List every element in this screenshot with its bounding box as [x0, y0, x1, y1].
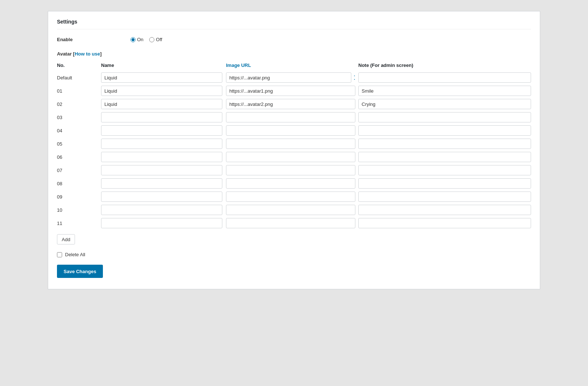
row-note-cell-11	[358, 217, 531, 230]
row-no-6: 06	[57, 150, 101, 164]
url-input-2[interactable]	[226, 99, 355, 109]
row-note-cell-6	[358, 150, 531, 164]
table-row: 08	[57, 177, 531, 190]
url-input-1[interactable]	[226, 86, 355, 96]
row-name-cell-9	[101, 190, 226, 203]
row-name-cell-1	[101, 84, 226, 97]
row-url-cell-10	[226, 203, 358, 217]
row-no-1: 01	[57, 84, 101, 97]
row-url-cell-9	[226, 190, 358, 203]
row-no-2: 02	[57, 97, 101, 111]
name-input-0[interactable]	[101, 72, 222, 83]
row-note-cell-9	[358, 190, 531, 203]
note-input-6[interactable]	[358, 152, 531, 162]
row-no-8: 08	[57, 177, 101, 190]
url-input-10[interactable]	[226, 205, 355, 215]
save-changes-button[interactable]: Save Changes	[57, 265, 103, 278]
col-header-note: Note (For admin screen)	[358, 62, 531, 71]
name-input-3[interactable]	[101, 112, 222, 122]
url-input-5[interactable]	[226, 139, 355, 149]
name-input-4[interactable]	[101, 125, 222, 136]
row-no-4: 04	[57, 124, 101, 137]
row-note-cell-0	[358, 71, 531, 84]
table-row: 01	[57, 84, 531, 97]
row-url-cell-5	[226, 137, 358, 150]
name-input-2[interactable]	[101, 99, 222, 109]
settings-panel: Settings Enable On Off Avatar [How to us…	[48, 11, 540, 289]
table-row: 11	[57, 217, 531, 230]
table-row: 03	[57, 111, 531, 124]
note-input-7[interactable]	[358, 165, 531, 175]
name-input-8[interactable]	[101, 178, 222, 189]
row-name-cell-8	[101, 177, 226, 190]
row-url-cell-7	[226, 164, 358, 177]
enable-label: Enable	[57, 37, 130, 42]
row-note-cell-4	[358, 124, 531, 137]
name-input-6[interactable]	[101, 152, 222, 162]
url-input-11[interactable]	[226, 218, 355, 228]
avatar-header: Avatar [How to use]	[57, 51, 531, 57]
table-row: 09	[57, 190, 531, 203]
table-header-row: No. Name Image URL Note (For admin scree…	[57, 62, 531, 71]
row-name-cell-5	[101, 137, 226, 150]
note-input-9[interactable]	[358, 192, 531, 202]
table-row: 04	[57, 124, 531, 137]
row-name-cell-7	[101, 164, 226, 177]
name-input-5[interactable]	[101, 139, 222, 149]
note-input-10[interactable]	[358, 205, 531, 215]
url-icon-0[interactable]: ⁚	[354, 74, 355, 81]
radio-group: On Off	[130, 37, 162, 42]
enable-off-radio[interactable]	[149, 37, 154, 42]
note-input-11[interactable]	[358, 218, 531, 228]
note-input-2[interactable]	[358, 99, 531, 109]
col-header-url: Image URL	[226, 62, 358, 71]
url-input-3[interactable]	[226, 112, 355, 122]
row-no-11: 11	[57, 217, 101, 230]
name-input-10[interactable]	[101, 205, 222, 215]
row-url-cell-11	[226, 217, 358, 230]
note-input-5[interactable]	[358, 139, 531, 149]
note-input-4[interactable]	[358, 125, 531, 136]
table-row: 02	[57, 97, 531, 111]
note-input-1[interactable]	[358, 86, 531, 96]
table-row: 05	[57, 137, 531, 150]
row-url-cell-6	[226, 150, 358, 164]
enable-off-option[interactable]: Off	[149, 37, 162, 42]
delete-all-row: Delete All	[57, 252, 531, 257]
enable-on-option[interactable]: On	[130, 37, 143, 42]
enable-on-radio[interactable]	[130, 37, 136, 42]
url-input-0[interactable]	[226, 72, 351, 83]
avatar-table-body: Default⁚0102030405060708091011	[57, 71, 531, 230]
row-note-cell-10	[358, 203, 531, 217]
row-no-0: Default	[57, 71, 101, 84]
note-input-3[interactable]	[358, 112, 531, 122]
panel-title: Settings	[57, 19, 531, 29]
row-no-9: 09	[57, 190, 101, 203]
url-input-8[interactable]	[226, 178, 355, 189]
row-url-cell-4	[226, 124, 358, 137]
row-url-cell-3	[226, 111, 358, 124]
url-input-6[interactable]	[226, 152, 355, 162]
name-input-9[interactable]	[101, 192, 222, 202]
row-name-cell-0	[101, 71, 226, 84]
note-input-8[interactable]	[358, 178, 531, 189]
url-input-7[interactable]	[226, 165, 355, 175]
url-input-4[interactable]	[226, 125, 355, 136]
table-row: Default⁚	[57, 71, 531, 84]
url-input-9[interactable]	[226, 192, 355, 202]
image-url-link[interactable]: Image URL	[226, 62, 251, 68]
name-input-11[interactable]	[101, 218, 222, 228]
name-input-7[interactable]	[101, 165, 222, 175]
row-name-cell-2	[101, 97, 226, 111]
add-button[interactable]: Add	[57, 234, 75, 244]
col-header-name: Name	[101, 62, 226, 71]
how-to-use-link[interactable]: How to use	[75, 51, 100, 57]
name-input-1[interactable]	[101, 86, 222, 96]
row-no-7: 07	[57, 164, 101, 177]
delete-all-checkbox[interactable]	[57, 252, 62, 257]
delete-all-label[interactable]: Delete All	[65, 252, 85, 257]
row-name-cell-3	[101, 111, 226, 124]
col-header-no: No.	[57, 62, 101, 71]
note-input-0[interactable]	[358, 72, 531, 83]
enable-off-label: Off	[156, 37, 162, 42]
